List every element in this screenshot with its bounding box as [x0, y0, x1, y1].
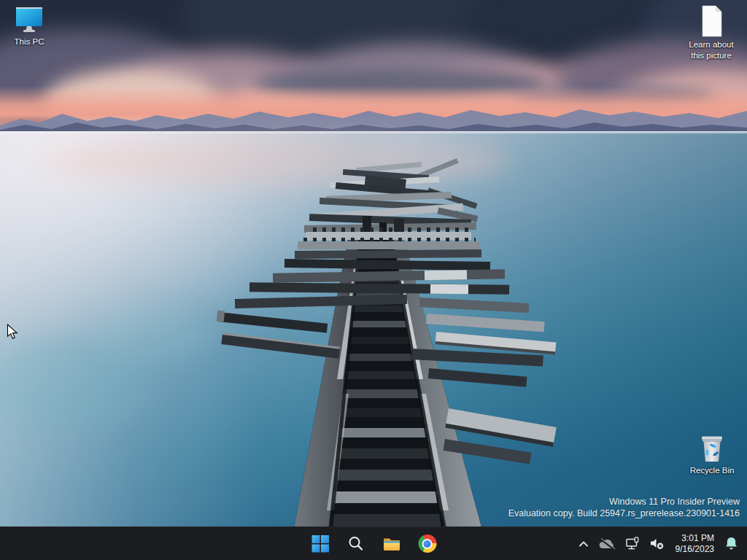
file-explorer-button[interactable]: [377, 529, 406, 559]
document-icon: [697, 4, 726, 38]
onedrive-tray-button[interactable]: [594, 529, 620, 559]
system-tray: 3:01 PM 9/16/2023: [574, 527, 743, 560]
chevron-up-icon: [578, 540, 589, 548]
broken-pier: [0, 0, 747, 560]
desktop-icon-recycle-bin[interactable]: Recycle Bin: [684, 432, 740, 476]
recycle-bin-icon: [697, 432, 727, 464]
this-pc-icon: [13, 6, 45, 35]
notifications-button[interactable]: [720, 529, 743, 559]
search-icon: [347, 535, 364, 552]
desktop-icon-label: Learn about this picture: [683, 39, 740, 61]
clock-date: 9/16/2023: [676, 544, 714, 555]
pier-comb-beams: [298, 228, 480, 249]
desktop-icon-this-pc[interactable]: This PC: [1, 6, 58, 47]
volume-muted-icon: [649, 537, 666, 551]
taskbar-center-buttons: [306, 527, 442, 560]
file-explorer-icon: [382, 534, 401, 553]
desktop-icon-label: Recycle Bin: [690, 465, 735, 476]
clock-time: 3:01 PM: [681, 533, 714, 544]
network-ethernet-icon: [624, 537, 641, 551]
show-hidden-icons-button[interactable]: [574, 529, 593, 559]
clock[interactable]: 3:01 PM 9/16/2023: [670, 529, 719, 559]
chrome-icon: [418, 534, 436, 553]
onedrive-cloud-slash-icon: [597, 537, 616, 551]
desktop-icon-learn-about-picture[interactable]: Learn about this picture: [683, 4, 740, 61]
pier-plank-jumble: [304, 158, 478, 233]
taskbar: 3:01 PM 9/16/2023: [0, 526, 747, 560]
watermark-line1: Windows 11 Pro Insider Preview: [508, 496, 740, 508]
notification-bell-icon: [724, 536, 739, 551]
windows-start-icon: [311, 534, 329, 553]
volume-tray-button[interactable]: [646, 529, 670, 559]
network-tray-button[interactable]: [621, 529, 645, 559]
start-button[interactable]: [306, 529, 335, 559]
chrome-button[interactable]: [413, 529, 442, 559]
watermark-line2: Evaluation copy. Build 25947.rs_prerelea…: [508, 508, 740, 519]
desktop-icon-label: This PC: [15, 36, 44, 47]
desktop: This PC Learn about this picture: [0, 0, 747, 560]
search-button[interactable]: [341, 529, 371, 559]
evaluation-watermark: Windows 11 Pro Insider Preview Evaluatio…: [508, 496, 740, 519]
